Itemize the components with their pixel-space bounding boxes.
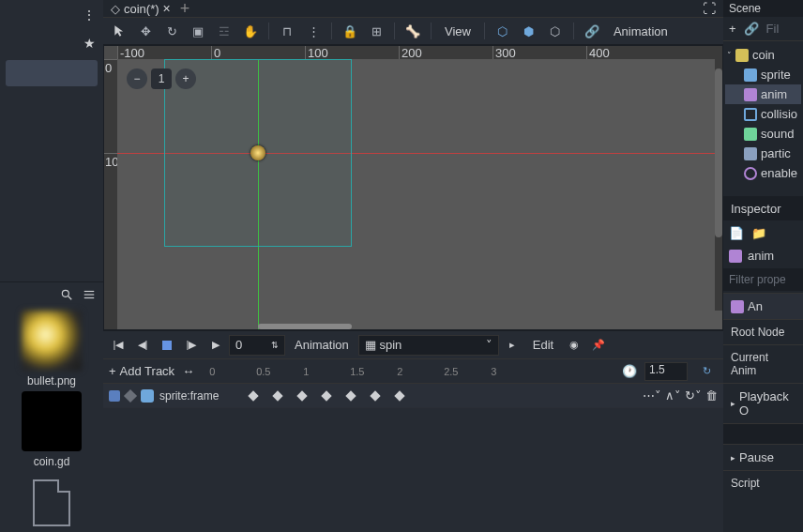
group-tool[interactable]: ⊞ bbox=[366, 21, 386, 41]
time-input[interactable]: 0⇅ bbox=[229, 335, 285, 356]
close-icon[interactable]: × bbox=[163, 1, 171, 16]
play-rev[interactable]: ◀| bbox=[131, 334, 154, 357]
expand-icon[interactable]: ⛶ bbox=[703, 1, 716, 16]
rotate-tool[interactable]: ↻ bbox=[161, 21, 182, 41]
coin-thumb bbox=[22, 391, 82, 451]
snap-icon-1[interactable]: ⬡ bbox=[492, 21, 513, 41]
list-icon[interactable] bbox=[83, 288, 96, 301]
play-fwd[interactable]: |▶ bbox=[180, 334, 203, 357]
node-particles[interactable]: partic bbox=[725, 144, 801, 163]
favorite-slot[interactable] bbox=[6, 60, 98, 86]
node-coin[interactable]: ˅coin bbox=[725, 45, 801, 65]
scene-icon: ◇ bbox=[111, 2, 120, 16]
track-checkbox[interactable] bbox=[109, 390, 120, 402]
star-icon[interactable]: ★ bbox=[83, 36, 96, 51]
onion-icon[interactable]: ◉ bbox=[563, 334, 585, 357]
prop-value[interactable] bbox=[723, 423, 803, 444]
more-icon[interactable]: ⋮ bbox=[303, 21, 324, 41]
bullet-label: bullet.png bbox=[27, 374, 76, 388]
ruler-tool[interactable]: ⊓ bbox=[277, 21, 297, 41]
play-rev-start[interactable]: |◀ bbox=[107, 334, 129, 357]
track-name: sprite:frame bbox=[159, 389, 235, 403]
timeline-ruler[interactable]: 00.511.522.53 bbox=[209, 366, 614, 377]
prop-current-anim[interactable]: Current Anim bbox=[723, 344, 803, 383]
section-an[interactable]: An bbox=[723, 293, 803, 319]
scroll-h[interactable] bbox=[258, 324, 352, 329]
zoom-out[interactable]: − bbox=[127, 68, 147, 89]
track-row[interactable]: sprite:frame ⋯˅ ∧˅ ↻˅ 🗑 bbox=[103, 384, 723, 408]
zoom-reset[interactable]: 1 bbox=[151, 68, 172, 89]
asset-file[interactable] bbox=[4, 472, 99, 526]
edit-button[interactable]: Edit bbox=[525, 338, 561, 352]
scene-dock-title: Scene bbox=[723, 0, 803, 17]
open-resource-icon[interactable]: 📁 bbox=[751, 226, 766, 240]
node-anim[interactable]: anim bbox=[725, 84, 801, 104]
filter-input[interactable]: Filter prope bbox=[723, 268, 803, 291]
asset-bullet[interactable]: bullet.png bbox=[4, 311, 99, 388]
prop-pause[interactable]: ▸Pause bbox=[723, 444, 803, 470]
clock-icon: 🕐 bbox=[622, 364, 637, 378]
lock-tool[interactable]: 🔒 bbox=[340, 21, 360, 41]
plus-icon: + bbox=[109, 364, 116, 378]
zoom-in[interactable]: + bbox=[175, 68, 196, 89]
filter-placeholder[interactable]: Fil bbox=[766, 22, 780, 36]
tab-coin[interactable]: ◇ coin(*) × bbox=[111, 1, 171, 16]
loop-mode-icon[interactable]: ↻˅ bbox=[685, 388, 702, 403]
node-collision[interactable]: collisio bbox=[725, 104, 801, 124]
trash-icon[interactable]: 🗑 bbox=[705, 388, 718, 403]
viewport[interactable]: -1000100200300400 0100 − 1 + bbox=[103, 45, 723, 330]
interp-icon[interactable]: ⋯˅ bbox=[643, 388, 661, 403]
coin-label: coin.gd bbox=[34, 455, 70, 468]
node-sound[interactable]: sound bbox=[725, 124, 801, 144]
animation-menu[interactable]: Animation bbox=[608, 24, 674, 38]
new-tab-button[interactable]: + bbox=[180, 0, 190, 19]
pin-icon[interactable]: 📌 bbox=[587, 334, 610, 357]
svg-point-0 bbox=[62, 290, 68, 296]
file-icon bbox=[33, 479, 70, 526]
snap-icon[interactable]: ↔ bbox=[182, 364, 194, 378]
view-menu[interactable]: View bbox=[439, 24, 477, 38]
prop-script[interactable]: Script bbox=[723, 470, 803, 495]
select-tool[interactable] bbox=[109, 21, 129, 41]
svg-line-1 bbox=[68, 296, 72, 300]
loop-icon[interactable]: ↻ bbox=[695, 360, 718, 383]
bullet-thumb bbox=[22, 311, 82, 371]
animation-label[interactable]: Animation bbox=[287, 338, 356, 352]
prop-root-node[interactable]: Root Node bbox=[723, 319, 803, 344]
dots-icon[interactable]: ⋮ bbox=[83, 8, 96, 23]
scale-tool[interactable]: ▣ bbox=[188, 21, 208, 41]
snap-icon-3[interactable]: ⬡ bbox=[545, 21, 566, 41]
link-node-icon[interactable]: 🔗 bbox=[744, 22, 759, 36]
save-resource-icon[interactable]: 📄 bbox=[729, 226, 744, 240]
snap-icon-2[interactable]: ⬢ bbox=[519, 21, 539, 41]
animation-select[interactable]: ▦ spin˅ bbox=[358, 335, 499, 356]
scroll-v[interactable] bbox=[715, 59, 722, 311]
asset-coin-script[interactable]: coin.gd bbox=[4, 391, 99, 468]
node-enabler[interactable]: enable bbox=[725, 163, 801, 183]
ruler-vertical: 0100 bbox=[104, 59, 117, 329]
autoplay-icon[interactable]: ▸ bbox=[501, 334, 523, 357]
wrap-icon[interactable]: ∧˅ bbox=[665, 388, 681, 403]
key-type-icon bbox=[124, 388, 137, 402]
link-icon[interactable]: 🔗 bbox=[582, 21, 602, 41]
node-sprite[interactable]: sprite bbox=[725, 65, 801, 84]
list-tool: ☲ bbox=[214, 21, 235, 41]
stop-button[interactable] bbox=[156, 334, 178, 357]
ruler-horizontal: -1000100200300400 bbox=[117, 46, 722, 59]
keyframes[interactable] bbox=[240, 392, 637, 400]
search-icon[interactable] bbox=[60, 288, 73, 301]
inspector-node[interactable]: anim bbox=[723, 245, 803, 266]
play-fwd-end[interactable]: ▶ bbox=[205, 334, 227, 357]
pan-tool[interactable]: ✋ bbox=[240, 21, 261, 41]
bone-tool[interactable]: 🦴 bbox=[402, 21, 423, 41]
length-input[interactable]: 1.5 bbox=[644, 362, 688, 381]
move-tool[interactable]: ✥ bbox=[135, 21, 156, 41]
prop-playback[interactable]: ▸Playback O bbox=[723, 383, 803, 423]
add-node-icon[interactable]: + bbox=[729, 22, 736, 36]
inspector-title: Inspector bbox=[723, 196, 803, 220]
sprite-icon bbox=[141, 389, 154, 403]
coin-sprite[interactable] bbox=[250, 145, 265, 160]
add-track-button[interactable]: + Add Track bbox=[109, 364, 174, 378]
